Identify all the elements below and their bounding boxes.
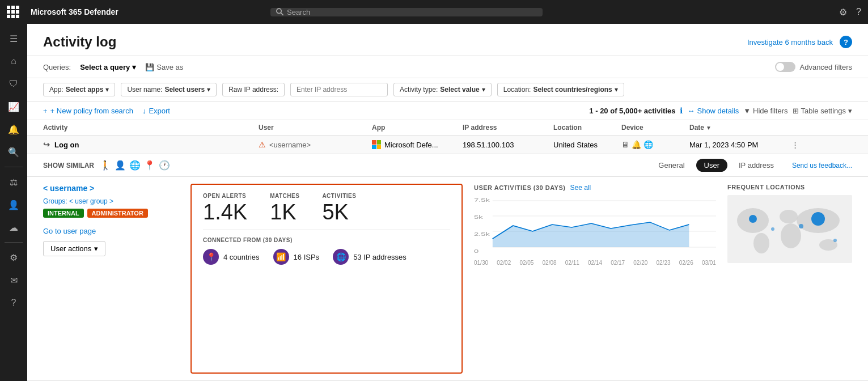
user-filter[interactable]: User name: Select users ▾ — [121, 83, 217, 96]
user-actions-button[interactable]: User actions ▾ — [43, 241, 105, 256]
activities-value: 5K — [322, 201, 356, 223]
search-input[interactable] — [287, 8, 537, 16]
ip-filter-input[interactable] — [290, 83, 388, 96]
clock-icon[interactable]: 🕐 — [159, 160, 170, 171]
export-button[interactable]: ↓ Export — [142, 107, 170, 115]
show-details-button[interactable]: ↔ Show details — [687, 107, 739, 115]
new-policy-button[interactable]: + + New policy from search — [43, 107, 133, 115]
bell-icon: 🔔 — [632, 140, 641, 149]
app-value: Microsoft Defe... — [384, 141, 438, 149]
user-card: < username > Groups: < user group > INTE… — [43, 184, 179, 374]
table-row[interactable]: ↪ Log on ⚠ <username> Microsoft Defe... … — [27, 136, 868, 154]
sidebar-item-actions[interactable]: ⚖ — [2, 172, 25, 192]
sidebar-item-shield[interactable]: 🛡 — [2, 74, 25, 94]
svg-text:5k: 5k — [474, 214, 484, 220]
chevron-actions-icon: ▾ — [94, 244, 98, 253]
advanced-filters-toggle[interactable] — [775, 62, 795, 72]
sidebar-divider-2 — [5, 242, 23, 243]
search-bar[interactable] — [270, 8, 543, 16]
sidebar-item-cloud[interactable]: ☁ — [2, 217, 25, 238]
investigate-link[interactable]: Investigate 6 months back — [747, 38, 833, 46]
globe-icon: 🌐 — [643, 140, 653, 149]
row-more-icon[interactable]: ⋮ — [791, 141, 808, 149]
tab-ip[interactable]: IP address — [731, 159, 782, 172]
sidebar-item-menu[interactable]: ☰ — [2, 28, 25, 49]
badge-internal: INTERNAL — [43, 209, 84, 218]
svg-point-13 — [753, 233, 769, 253]
search-icon — [276, 8, 283, 16]
info-icon: ℹ — [680, 106, 683, 115]
location-icon[interactable]: 📍 — [144, 160, 155, 171]
user-cell: ⚠ <username> — [259, 140, 372, 149]
user-filter-label: User name: — [127, 86, 162, 94]
person-icon[interactable]: 🚶 — [100, 160, 111, 171]
select-query-dropdown[interactable]: Select a query ▾ — [80, 63, 136, 71]
svg-point-21 — [771, 227, 774, 231]
warning-icon: ⚠ — [259, 140, 266, 149]
user-card-name[interactable]: < username > — [43, 184, 179, 193]
countries-value: 4 countries — [223, 253, 260, 261]
waffle-menu[interactable] — [7, 6, 19, 18]
col-date: Date — [689, 124, 704, 132]
x-label-1: 02/02 — [497, 260, 511, 266]
sidebar-item-mail[interactable]: ✉ — [2, 270, 25, 290]
connected-items: 📍 4 countries 📶 16 ISPs 🌐 53 IP addresse… — [203, 249, 450, 265]
tab-general[interactable]: General — [650, 159, 692, 172]
hide-filters-button[interactable]: ▼ Hide filters — [743, 107, 787, 115]
countries-item: 📍 4 countries — [203, 249, 260, 265]
sidebar-item-identity[interactable]: 👤 — [2, 194, 25, 215]
tab-user[interactable]: User — [696, 159, 727, 172]
col-date-sort[interactable]: Date ▼ — [689, 124, 791, 132]
sidebar-item-home[interactable]: ⌂ — [2, 51, 25, 71]
table-settings-button[interactable]: ⊞ Table settings ▾ — [793, 107, 853, 115]
activity-chart: 7.5k 5k 2.5k 0 — [474, 196, 716, 259]
ip-filter-label: Raw IP address: — [228, 86, 278, 94]
queries-label: Queries: — [43, 63, 71, 71]
sidebar-item-settings[interactable]: ⚙ — [2, 247, 25, 268]
svg-point-0 — [276, 9, 281, 13]
sidebar-item-search[interactable]: 🔍 — [2, 142, 25, 162]
settings-icon[interactable]: ⚙ — [839, 7, 847, 18]
ip-filter-label-wrap: Raw IP address: — [222, 83, 285, 96]
table-icon: ⊞ — [793, 107, 799, 115]
go-to-user-link[interactable]: Go to user page — [43, 227, 179, 235]
user-icon[interactable]: 👤 — [115, 160, 126, 171]
x-label-9: 02/26 — [679, 260, 693, 266]
ip-icon[interactable]: 🌐 — [129, 160, 141, 171]
badge-admin: ADMINISTRATOR — [87, 209, 148, 218]
map-area: FREQUENT LOCATIONS — [727, 184, 852, 374]
app-cell: Microsoft Defe... — [372, 140, 463, 149]
svg-point-18 — [749, 215, 757, 223]
svg-text:2.5k: 2.5k — [474, 231, 490, 237]
sidebar-item-chart[interactable]: 📈 — [2, 96, 25, 117]
app-filter[interactable]: App: Select apps ▾ — [43, 83, 115, 96]
save-as-button[interactable]: 💾 Save as — [145, 63, 183, 71]
sort-icon: ▼ — [706, 125, 712, 131]
chevron-down-icon: ▾ — [132, 63, 136, 71]
world-map-svg — [727, 195, 852, 263]
location-filter[interactable]: Location: Select countries/regions ▾ — [497, 83, 624, 96]
col-location: Location — [553, 124, 621, 132]
sidebar: ☰ ⌂ 🛡 📈 🔔 🔍 ⚖ 👤 ☁ ⚙ ✉ ? — [0, 24, 27, 381]
logon-icon: ↪ — [43, 140, 50, 149]
help-button[interactable]: ? — [840, 36, 852, 48]
x-label-3: 02/08 — [543, 260, 557, 266]
date-value: Mar 1, 2023 4:50 PM — [689, 141, 791, 149]
x-label-5: 02/14 — [588, 260, 602, 266]
group-link[interactable]: < user group > — [69, 197, 113, 205]
save-icon: 💾 — [145, 63, 154, 71]
sidebar-item-help[interactable]: ? — [2, 293, 25, 313]
activity-filter[interactable]: Activity type: Select value ▾ — [393, 83, 492, 96]
send-feedback-link[interactable]: Send us feedback... — [792, 162, 852, 170]
col-activity: Activity — [43, 124, 259, 132]
tabs-area: General User IP address Send us feedback… — [650, 159, 852, 172]
help-icon[interactable]: ? — [856, 7, 861, 17]
col-user: User — [259, 124, 372, 132]
x-label-2: 02/05 — [519, 260, 533, 266]
chart-container: 7.5k 5k 2.5k 0 — [474, 196, 716, 259]
sidebar-item-alerts[interactable]: 🔔 — [2, 119, 25, 139]
col-ip: IP address — [463, 124, 553, 132]
chart-area: USER ACTIVITIES (30 DAYS) See all 7.5k 5… — [474, 184, 716, 374]
location-icon-stat: 📍 — [203, 249, 219, 265]
see-all-link[interactable]: See all — [570, 184, 591, 192]
